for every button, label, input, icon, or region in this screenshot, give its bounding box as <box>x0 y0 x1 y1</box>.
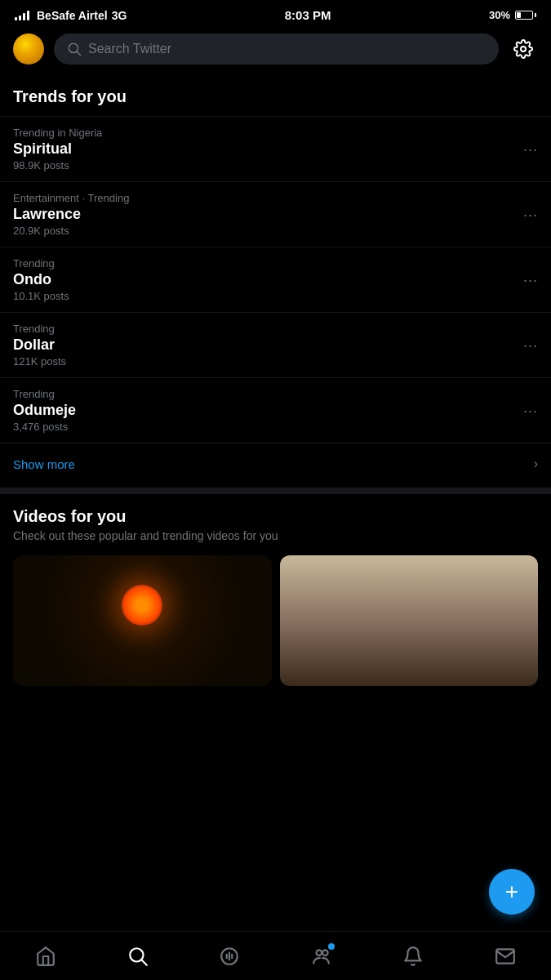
trend-name: Odumeje <box>13 402 538 419</box>
trend-meta: Trending <box>13 257 538 270</box>
nav-spaces[interactable] <box>211 938 247 974</box>
trend-item[interactable]: Trending in Nigeria Spiritual 98.9K post… <box>0 116 551 181</box>
chevron-right-icon: › <box>534 457 538 471</box>
home-icon <box>35 946 56 967</box>
trend-meta: Entertainment · Trending <box>13 192 538 204</box>
svg-rect-5 <box>226 953 228 959</box>
gear-icon <box>513 39 533 59</box>
search-nav-icon <box>127 946 149 967</box>
mail-icon <box>495 946 516 967</box>
trend-posts: 3,476 posts <box>13 421 538 433</box>
trend-meta: Trending in Nigeria <box>13 127 538 139</box>
carrier-text: BeSafe Airtel <box>37 9 108 22</box>
svg-rect-7 <box>231 953 233 959</box>
nav-communities[interactable] <box>304 938 340 974</box>
trend-more-icon[interactable]: ··· <box>523 140 538 158</box>
video-thumbnail-1[interactable] <box>13 555 272 686</box>
svg-point-9 <box>322 950 328 956</box>
trend-posts: 20.9K posts <box>13 225 538 237</box>
trend-item[interactable]: Entertainment · Trending Lawrence 20.9K … <box>0 181 551 247</box>
trend-item[interactable]: Trending Dollar 121K posts ··· <box>0 312 551 377</box>
video-thumbnails <box>13 555 538 686</box>
notification-dot <box>328 943 335 950</box>
bell-icon <box>402 946 424 967</box>
nav-messages[interactable] <box>487 938 523 974</box>
video-thumbnail-2[interactable] <box>280 555 539 686</box>
trend-more-icon[interactable]: ··· <box>523 206 538 223</box>
svg-point-8 <box>316 950 322 956</box>
section-divider <box>0 488 551 494</box>
nav-home[interactable] <box>28 938 64 974</box>
svg-rect-6 <box>229 951 230 960</box>
trend-name: Lawrence <box>13 206 538 223</box>
search-placeholder: Search Twitter <box>88 42 171 56</box>
status-right: 30% <box>489 9 536 21</box>
trend-posts: 10.1K posts <box>13 290 538 302</box>
trend-item[interactable]: Trending Ondo 10.1K posts ··· <box>0 247 551 312</box>
avatar[interactable] <box>13 33 44 65</box>
videos-title: Videos for you <box>13 507 538 526</box>
trend-meta: Trending <box>13 388 538 400</box>
compose-button[interactable]: + <box>489 869 535 915</box>
trend-meta: Trending <box>13 323 538 335</box>
trend-name: Spiritual <box>13 140 538 158</box>
search-icon <box>67 42 82 56</box>
trend-more-icon[interactable]: ··· <box>523 336 538 354</box>
svg-line-3 <box>141 960 147 965</box>
trend-name: Ondo <box>13 271 538 288</box>
nav-search[interactable] <box>120 938 156 974</box>
header: Search Twitter <box>0 27 551 74</box>
trend-posts: 121K posts <box>13 355 538 368</box>
svg-line-1 <box>77 51 81 56</box>
show-more-row[interactable]: Show more › <box>0 443 551 484</box>
search-bar[interactable]: Search Twitter <box>54 33 499 65</box>
trends-section: Trends for you Trending in Nigeria Spiri… <box>0 74 551 484</box>
nav-notifications[interactable] <box>395 938 431 974</box>
trend-more-icon[interactable]: ··· <box>523 271 538 288</box>
battery-percent: 30% <box>489 9 510 21</box>
show-more-text: Show more <box>13 457 75 471</box>
trends-title: Trends for you <box>0 84 551 116</box>
status-left: BeSafe Airtel 3G <box>15 9 127 22</box>
plus-icon: + <box>505 880 518 903</box>
settings-button[interactable] <box>509 34 538 64</box>
battery-icon <box>515 11 536 20</box>
bottom-nav <box>0 931 551 980</box>
signal-icon <box>15 11 29 20</box>
time-text: 8:03 PM <box>285 8 331 22</box>
trend-posts: 98.9K posts <box>13 159 538 172</box>
trend-name: Dollar <box>13 336 538 354</box>
status-bar: BeSafe Airtel 3G 8:03 PM 30% <box>0 0 551 27</box>
spaces-icon <box>219 946 240 967</box>
videos-section: Videos for you Check out these popular a… <box>0 494 551 696</box>
trend-more-icon[interactable]: ··· <box>523 402 538 419</box>
network-text: 3G <box>112 9 127 22</box>
trend-item[interactable]: Trending Odumeje 3,476 posts ··· <box>0 377 551 443</box>
videos-subtitle: Check out these popular and trending vid… <box>13 529 538 542</box>
